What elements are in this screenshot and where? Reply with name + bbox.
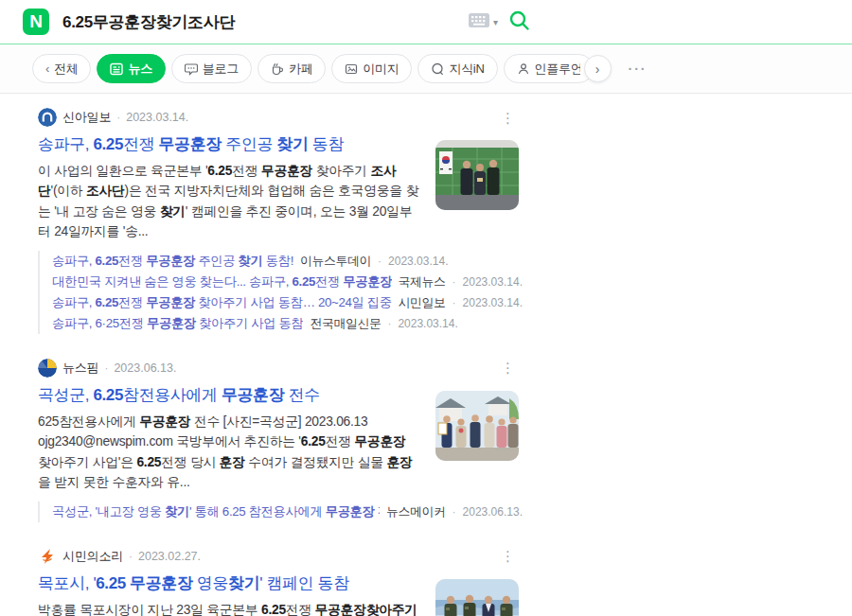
related-press-name[interactable]: 전국매일신문: [310, 313, 381, 333]
related-date: 2023.03.14.: [463, 293, 523, 313]
search-category-tabbar: ‹ 전체 뉴스 블로그 카페 이미지: [0, 44, 852, 94]
separator-dot: ·: [387, 314, 391, 334]
related-articles-group: 송파구, 6.25전쟁 무공훈장 주인공 찾기 동참! 이뉴스투데이 · 202…: [38, 251, 523, 334]
kin-q-icon: [431, 62, 444, 76]
tab-cafe[interactable]: 카페: [257, 54, 326, 83]
news-title-link[interactable]: 곡성군, 6.25참전용사에게 무공훈장 전수: [38, 385, 420, 407]
separator-dot: ·: [129, 550, 133, 563]
press-logo-newspim[interactable]: [38, 359, 57, 378]
press-logo-shinailbo[interactable]: [38, 108, 57, 127]
related-article-row: 송파구, 6.25전쟁 무공훈장 주인공 찾기 동참! 이뉴스투데이 · 202…: [52, 251, 523, 272]
press-date: 2023.06.13.: [114, 361, 176, 375]
news-result-item: 시민의소리 · 2023.02.27. ⋮ 목포시, '6.25 무공훈장 영웅…: [38, 546, 523, 616]
chevron-down-icon: ▾: [493, 17, 498, 27]
related-date: 2023.03.14.: [463, 273, 523, 292]
search-header: N 6.25무공훈장찾기조사단 ▾: [0, 0, 852, 44]
news-snippet: 이 사업의 일환으로 육군본부 '6.25전쟁 무공훈장 찾아주기 조사단'(이…: [38, 161, 420, 242]
news-thumbnail-outdoor-group[interactable]: [435, 391, 519, 461]
related-press-name[interactable]: 이뉴스투데이: [300, 251, 371, 271]
kebab-menu-icon[interactable]: ⋮: [497, 547, 519, 565]
tab-image[interactable]: 이미지: [331, 54, 412, 83]
news-thumbnail-ceremony-green-wall[interactable]: [435, 140, 519, 210]
news-snippet: 박홍률 목포시장이 지난 23일 육군본부 6.25전쟁 무공훈장찾아주기조사단…: [38, 600, 420, 616]
tab-label: 지식iN: [449, 61, 484, 78]
news-results-list: 신아일보 · 2023.03.14. ⋮ 송파구, 6.25전쟁 무공훈장 주인…: [0, 94, 523, 616]
news-thumbnail-uniformed-men-blue[interactable]: [435, 579, 519, 616]
tab-label: 전체: [54, 61, 78, 78]
coffee-cup-icon: [271, 62, 284, 76]
related-article-link[interactable]: 송파구, 6.25전쟁 무공훈장 주인공 찾기 동참!: [52, 251, 293, 271]
tab-label: 이미지: [363, 61, 399, 78]
tabs-more-button[interactable]: ···: [629, 62, 648, 77]
separator-dot: ·: [378, 252, 382, 272]
related-press-name[interactable]: 뉴스메이커: [386, 502, 446, 521]
tab-label: 인플루언서: [535, 61, 580, 78]
related-article-row: 송파구, 6.25전쟁 무공훈장 찾아주기 사업 동참… 20~24일 집중탐문…: [52, 292, 523, 313]
kebab-menu-icon[interactable]: ⋮: [497, 109, 519, 127]
tab-all[interactable]: ‹ 전체: [32, 54, 91, 83]
news-title-link[interactable]: 송파구, 6.25전쟁 무공훈장 주인공 찾기 동참: [38, 134, 420, 156]
separator-dot: ·: [453, 293, 456, 313]
naver-logo[interactable]: N: [23, 9, 49, 35]
separator-dot: ·: [104, 361, 108, 375]
related-date: 2023.03.14.: [388, 252, 448, 272]
related-article-link[interactable]: 대한민국 지켜낸 숨은 영웅 찾는다... 송파구, 6.25전쟁 무공훈장 주…: [52, 272, 392, 291]
news-result-item: 신아일보 · 2023.03.14. ⋮ 송파구, 6.25전쟁 무공훈장 주인…: [38, 107, 523, 334]
related-article-link[interactable]: 송파구, 6·25전쟁 무공훈장 찾아주기 사업 동참: [52, 313, 303, 333]
separator-dot: ·: [453, 273, 456, 292]
press-date: 2023.03.14.: [126, 111, 188, 124]
press-name[interactable]: 뉴스핌: [62, 360, 98, 377]
tab-label: 블로그: [203, 61, 239, 78]
kebab-menu-icon[interactable]: ⋮: [497, 359, 519, 377]
tab-influencer[interactable]: 인플루언서: [504, 54, 594, 83]
person-icon: [517, 62, 530, 76]
tab-label: 뉴스: [128, 61, 151, 78]
keyboard-icon: [469, 13, 489, 31]
related-press-name[interactable]: 시민일보: [399, 292, 446, 312]
related-press-name[interactable]: 국제뉴스: [399, 272, 446, 291]
news-result-item: 뉴스핌 · 2023.06.13. ⋮ 곡성군, 6.25참전용사에게 무공훈장…: [38, 358, 523, 522]
related-article-row: 곡성군, '내고장 영웅 찾기' 통해 6.25 참전용사에게 무공훈장 전수 …: [52, 502, 523, 522]
related-article-link[interactable]: 곡성군, '내고장 영웅 찾기' 통해 6.25 참전용사에게 무공훈장 전수: [52, 502, 380, 521]
news-snippet: 625참전용사에게 무공훈장 전수 [사진=곡성군] 2023.06.13 oj…: [38, 412, 420, 493]
blog-icon: [185, 62, 198, 76]
chevron-left-icon: ‹: [45, 62, 49, 76]
search-query-input[interactable]: 6.25무공훈장찾기조사단: [62, 11, 469, 33]
press-name[interactable]: 시민의소리: [62, 548, 123, 565]
press-date: 2023.02.27.: [138, 550, 201, 563]
tab-kin[interactable]: 지식iN: [417, 54, 497, 83]
separator-dot: ·: [116, 111, 120, 124]
tab-news[interactable]: 뉴스: [97, 54, 165, 83]
image-icon: [345, 62, 358, 76]
related-date: 2023.03.14.: [398, 314, 457, 334]
press-logo-siminsori[interactable]: [38, 547, 57, 566]
related-article-row: 송파구, 6·25전쟁 무공훈장 찾아주기 사업 동참 전국매일신문 · 202…: [52, 313, 523, 334]
related-date: 2023.06.13.: [463, 502, 523, 522]
search-button[interactable]: [506, 8, 532, 36]
tabs-next-button[interactable]: ›: [584, 55, 612, 82]
related-article-link[interactable]: 송파구, 6.25전쟁 무공훈장 찾아주기 사업 동참… 20~24일 집중탐문: [52, 292, 392, 312]
news-icon: [110, 62, 123, 76]
press-name[interactable]: 신아일보: [62, 109, 111, 126]
news-title-link[interactable]: 목포시, '6.25 무공훈장 영웅찾기' 캠페인 동참: [38, 573, 420, 595]
related-article-row: 대한민국 지켜낸 숨은 영웅 찾는다... 송파구, 6.25전쟁 무공훈장 주…: [52, 272, 523, 292]
tab-blog[interactable]: 블로그: [171, 54, 252, 83]
search-icon: [508, 9, 530, 34]
keyboard-input-tool[interactable]: ▾: [469, 13, 498, 31]
related-articles-group: 곡성군, '내고장 영웅 찾기' 통해 6.25 참전용사에게 무공훈장 전수 …: [38, 502, 523, 522]
separator-dot: ·: [453, 502, 456, 522]
tab-label: 카페: [289, 61, 312, 78]
